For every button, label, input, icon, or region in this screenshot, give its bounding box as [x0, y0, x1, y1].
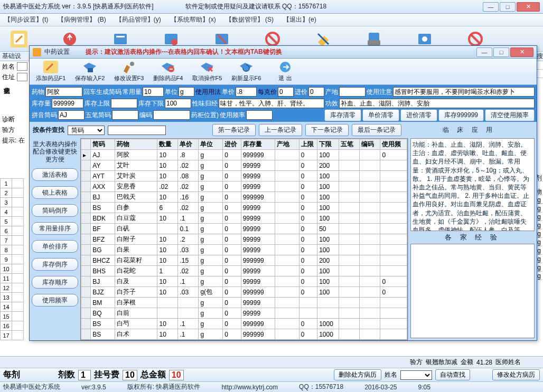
main-maximize-button[interactable]: □	[500, 2, 516, 12]
menu-case[interactable]: 【病例管理】 (B)	[58, 15, 106, 24]
menu-drug[interactable]: 【药品管理】(y)	[116, 15, 161, 24]
grid-header[interactable]: 产地	[275, 139, 299, 150]
reg-fee-value[interactable]: 10	[123, 370, 137, 380]
menu-exit[interactable]: 【退出】(e)	[283, 15, 316, 24]
grid-header[interactable]: 单位	[199, 139, 223, 150]
grid-header[interactable]: 下限	[317, 139, 339, 150]
table-row[interactable]: BHCZ白花菜籽10.15g09999990200	[81, 255, 407, 266]
clear-price-button[interactable]: 单价清零	[362, 109, 399, 121]
modal-save-button[interactable]: 保存输入F2	[72, 61, 108, 82]
code-input[interactable]	[153, 110, 190, 120]
modal-add-button[interactable]: 添加药品F1	[33, 61, 69, 82]
table-row[interactable]: BFZ白附子10.2g0999990100	[81, 234, 407, 245]
py-input[interactable]	[58, 110, 85, 120]
name2-select[interactable]	[400, 370, 432, 380]
delete-rx-button[interactable]: 删除处方病历	[334, 369, 381, 380]
func-input[interactable]	[339, 99, 535, 108]
clear-freq-button[interactable]: 清空使用频率	[485, 109, 535, 121]
bg-addr-input[interactable]	[17, 73, 27, 81]
menu-data[interactable]: 【数据管理】 (S)	[226, 15, 274, 24]
toolbar-icon-4[interactable]	[163, 31, 180, 47]
side-button-2[interactable]: 简码倒序	[32, 204, 78, 217]
menu-sync[interactable]: 【同步设置】(t)	[4, 15, 48, 24]
unit-input[interactable]	[179, 87, 194, 97]
perg-input[interactable]	[278, 87, 294, 97]
stock-input[interactable]	[52, 99, 83, 108]
origin-input[interactable]	[339, 87, 366, 97]
table-row[interactable]: BG白果10.03g0999990100	[81, 245, 407, 255]
down-input[interactable]	[165, 99, 191, 108]
freq-input[interactable]	[246, 110, 273, 120]
modal-close-button[interactable]: ✕	[510, 47, 533, 57]
last-record-button[interactable]: 最后一条记录	[352, 124, 401, 136]
grid-header[interactable]: 进价	[223, 139, 241, 150]
first-record-button[interactable]: 第一条记录	[212, 124, 256, 136]
table-row[interactable]: BS白芍10.1g099999901000	[81, 319, 407, 329]
next-record-button[interactable]: 下一条记录	[305, 124, 349, 136]
table-row[interactable]: BJZ白芥子10.03g(包099999901000	[81, 287, 407, 298]
main-close-button[interactable]: ✕	[517, 2, 540, 12]
table-row[interactable]: BJ白及10.1g09999901000	[81, 276, 407, 287]
usual-input[interactable]	[143, 87, 164, 97]
grid-header[interactable]: 简码	[91, 139, 115, 150]
toolbar-icon-10[interactable]	[467, 31, 484, 47]
table-row[interactable]: BTW白头翁10.03g0999990300	[81, 340, 407, 341]
table-row[interactable]: BM白茅根g099999	[81, 298, 407, 308]
toolbar-icon-6[interactable]	[264, 31, 281, 47]
clear-buy-button[interactable]: 进价清零	[400, 109, 437, 121]
grid-header[interactable]: 单价	[178, 139, 199, 150]
grid-header[interactable]: 五笔	[339, 139, 360, 150]
side-button-5[interactable]: 库存倒序	[32, 258, 78, 271]
prev-record-button[interactable]: 上一条记录	[259, 124, 302, 136]
modal-refresh-button[interactable]: 刷新显示F6	[228, 61, 264, 82]
grid-header[interactable]: 库存量	[241, 139, 275, 150]
menu-help[interactable]: 【系统帮助】(x)	[171, 15, 216, 24]
table-row[interactable]: BS白术10.1g099999901000	[81, 329, 407, 340]
table-row[interactable]: AYT艾叶炭10.08g0999990100	[81, 171, 407, 181]
table-row[interactable]: BS白参6.02g0999990100	[81, 203, 407, 213]
table-row[interactable]: AJ阿胶10.8g099999901000	[81, 150, 407, 160]
grid-header[interactable]: 药物	[115, 139, 157, 150]
toolbar-icon-8[interactable]	[366, 31, 382, 47]
search-input[interactable]	[108, 126, 166, 135]
side-button-3[interactable]: 常用量排序	[32, 222, 78, 235]
search-type-select[interactable]: 简码	[68, 126, 105, 135]
table-row[interactable]: BQ白前g099999	[81, 308, 407, 319]
modal-maximize-button[interactable]: □	[493, 47, 509, 57]
taste-input[interactable]	[219, 99, 324, 108]
toolbar-icon-9[interactable]	[416, 31, 433, 47]
modal-delete-button[interactable]: 删除药品F4	[150, 61, 186, 82]
toolbar-icon-3[interactable]	[112, 31, 129, 47]
drug-input[interactable]	[45, 87, 82, 97]
wb-input[interactable]	[112, 110, 138, 120]
caution-input[interactable]	[393, 87, 535, 97]
side-button-6[interactable]: 库存顺序	[32, 276, 78, 289]
dose-count-value[interactable]: 1	[78, 370, 91, 380]
grid-header[interactable]: 编码	[360, 139, 380, 150]
grid-header[interactable]: 数量	[157, 139, 178, 150]
clear-stock-button[interactable]: 库存清零	[324, 109, 361, 121]
modal-exit-button[interactable]: 退 出	[267, 61, 303, 82]
table-row[interactable]: BJ巴戟天10.16g09999990100	[81, 192, 407, 203]
table-row[interactable]: AXX安息香.02.02g0999990100	[81, 181, 407, 192]
bg-name-input[interactable]	[17, 62, 27, 71]
toolbar-icon-5[interactable]	[213, 31, 230, 47]
table-row[interactable]: AY艾叶10.02g0999990200	[81, 160, 407, 171]
table-row[interactable]: BF白矾0.1g099999050	[81, 224, 407, 234]
experience-text[interactable]	[410, 244, 535, 338]
drug-grid[interactable]: 简码药物数量单价单位进价库存量产地上限下限五笔编码使用频AJ阿胶10.8g099…	[80, 138, 408, 340]
price-input[interactable]	[236, 87, 257, 97]
auto-find-button[interactable]: 自动查找	[435, 369, 470, 380]
side-button-1[interactable]: 锁上表格	[32, 186, 78, 199]
grid-header[interactable]: 上限	[299, 139, 317, 150]
buy-input[interactable]	[308, 87, 324, 97]
side-button-7[interactable]: 使用频率	[32, 294, 78, 307]
modal-edit-button[interactable]: 修改设置F3	[111, 61, 147, 82]
toolbar-icon-7[interactable]	[315, 31, 332, 47]
stock-999999-button[interactable]: 库存999999	[438, 109, 484, 121]
toolbar-icon-1[interactable]	[11, 31, 27, 47]
side-button-0[interactable]: 激活表格	[32, 168, 78, 181]
toolbar-icon-2[interactable]	[61, 31, 78, 47]
up-input[interactable]	[111, 99, 137, 108]
side-button-4[interactable]: 单价排序	[32, 240, 78, 253]
